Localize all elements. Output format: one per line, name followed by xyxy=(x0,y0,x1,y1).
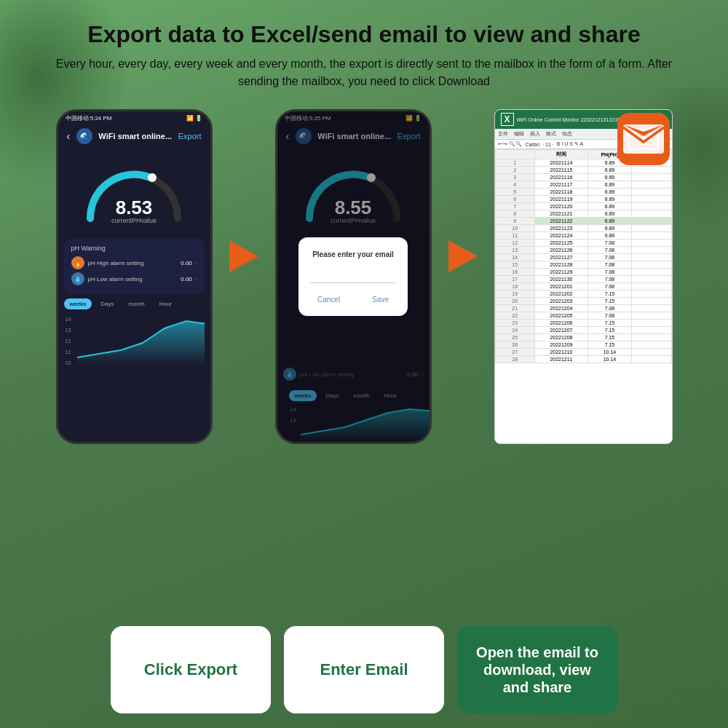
dialog-save-btn[interactable]: Save xyxy=(365,293,396,306)
card3-text: Open the email to download, view and sha… xyxy=(472,644,603,696)
svg-rect-2 xyxy=(623,124,664,154)
dialog-email-input[interactable] xyxy=(310,269,396,283)
excel-row: 24 20221207 7.15 xyxy=(495,327,671,334)
excel-row: 2 20221115 6.89 xyxy=(495,167,671,174)
phone1-gauge-value: 8.53 currentPHvalue xyxy=(111,198,157,224)
phone1-status-bar: 中国移动 5:24 PM 📶 🔋 xyxy=(58,111,210,125)
phone1-tabs: weeks Days month Hour xyxy=(64,298,205,309)
phone1-alarm-high-arrow: › xyxy=(195,260,197,266)
phone1-warning-title: pH Warning xyxy=(71,245,197,252)
phone1-alarm-low-value: 0.00 xyxy=(181,276,192,282)
excel-row: 6 20221119 6.89 xyxy=(495,196,671,203)
header-section: Export data to Excel/send email to view … xyxy=(0,0,728,102)
phone1-warning: pH Warning 🔥 pH High alarm setting 0.00 … xyxy=(64,239,205,294)
excel-row: 21 20221204 7.08 xyxy=(495,305,671,312)
excel-row: 18 20221201 7.08 xyxy=(495,283,671,290)
excel-row: 25 20221208 7.15 xyxy=(495,334,671,341)
phones-section: 中国移动 5:24 PM 📶 🔋 ‹ 🌊 WiFi smart online..… xyxy=(0,102,728,616)
phone1-alarm-high-row: 🔥 pH High alarm setting 0.00 › xyxy=(71,256,197,269)
excel-row: 16 20221129 7.08 xyxy=(495,269,671,276)
excel-row: 12 20221125 7.08 xyxy=(495,240,671,247)
excel-row: 4 20221117 6.89 xyxy=(495,181,671,189)
phone1-alarm-low-arrow: › xyxy=(195,276,197,282)
excel-row: 19 20221202 7.15 xyxy=(495,290,671,298)
phone2-dialog-box: Please enter your email Cancel Save xyxy=(298,237,408,316)
phone1-nav-bar: ‹ 🌊 WiFi smart online... Export xyxy=(58,125,210,147)
phone1-back-icon: ‹ xyxy=(67,130,71,142)
arrow1-right xyxy=(229,240,258,272)
arrow2-container xyxy=(445,240,481,272)
phone1-chart-labels: 14 13 12 11 10 xyxy=(66,317,71,365)
card1-click-export: Click Export xyxy=(111,626,271,713)
bottom-cards: Click Export Enter Email Open the email … xyxy=(0,616,728,728)
phone1-chart-svg xyxy=(77,314,205,365)
phone2-mockup: 中国移动 5:25 PM 📶 🔋 ‹ 🌊 WiFi smart online..… xyxy=(275,109,432,444)
phone1-tab-weeks[interactable]: weeks xyxy=(64,298,92,309)
excel-row: 15 20221128 7.08 xyxy=(495,261,671,269)
phone1-alarm-high-value: 0.00 xyxy=(181,260,192,266)
phone1-app-icon: 🌊 xyxy=(76,128,92,144)
phone1-tab-month[interactable]: month xyxy=(122,298,150,309)
svg-point-3 xyxy=(148,173,157,182)
phone1-nav-title: WiFi smart online... xyxy=(98,132,172,141)
phone1-alarm-high-label: pH High alarm setting xyxy=(88,260,181,266)
card1-text: Click Export xyxy=(144,660,237,679)
email-icon-svg xyxy=(617,113,670,165)
phone1-export-btn[interactable]: Export xyxy=(178,132,202,141)
phone1-mockup: 中国移动 5:24 PM 📶 🔋 ‹ 🌊 WiFi smart online..… xyxy=(56,109,213,444)
excel-row: 20 20221203 7.15 xyxy=(495,298,671,305)
excel-filename: WiFi Online Control Monitor 220221213110… xyxy=(517,117,633,122)
card2-text: Enter Email xyxy=(320,660,408,679)
phone1-alarm-low-row: 💧 pH Low alarm setting 0.00 › xyxy=(71,272,197,285)
excel-row: 28 20221211 10.14 xyxy=(495,356,671,363)
phone1-alarm-low-label: pH Low alarm setting xyxy=(88,276,181,282)
dialog-buttons: Cancel Save xyxy=(310,293,396,306)
phone1-tab-days[interactable]: Days xyxy=(95,298,119,309)
excel-icon: X xyxy=(501,113,514,126)
excel-table: 时间 PH(PH) C 1 20221114 6.89 2 20221115 6… xyxy=(495,149,672,363)
phone1-tab-hour[interactable]: Hour xyxy=(154,298,178,309)
excel-row: 17 20221130 7.08 xyxy=(495,276,671,283)
excel-row: 8 20221121 6.89 xyxy=(495,210,671,218)
phone1-chart: 14 13 12 11 10 xyxy=(64,314,205,365)
card3-open-email: Open the email to download, view and sha… xyxy=(457,626,617,713)
alarm-high-icon: 🔥 xyxy=(71,256,84,269)
dialog-cancel-btn[interactable]: Cancel xyxy=(310,293,347,306)
excel-row: 9 20221122 6.89 xyxy=(495,218,671,225)
phone1-gauge-label: currentPHvalue xyxy=(111,217,157,224)
card2-enter-email: Enter Email xyxy=(284,626,444,713)
excel-row: 27 20221210 10.14 xyxy=(495,349,671,356)
excel-row: 10 20221123 6.89 xyxy=(495,225,671,232)
excel-table-container: 时间 PH(PH) C 1 20221114 6.89 2 20221115 6… xyxy=(495,149,672,426)
arrow2-right xyxy=(448,240,478,272)
email-icon-container xyxy=(617,113,670,165)
excel-row: 26 20221209 7.15 xyxy=(495,341,671,349)
excel-row: 3 20221116 6.89 xyxy=(495,174,671,181)
excel-row: 5 20221118 6.89 xyxy=(495,189,671,196)
alarm-low-icon: 💧 xyxy=(71,272,84,285)
excel-col-a-header: 时间 xyxy=(534,150,587,159)
excel-row: 23 20221206 7.15 xyxy=(495,320,671,327)
main-title: Export data to Excel/send email to view … xyxy=(44,20,684,48)
excel-row: 22 20221205 7.08 xyxy=(495,312,671,320)
phone1-gauge-number: 8.53 xyxy=(111,198,157,217)
sub-title: Every hour, every day, every week and ev… xyxy=(44,55,684,90)
excel-row: 11 20221124 6.89 xyxy=(495,232,671,240)
dialog-title: Please enter your email xyxy=(310,250,396,258)
phone1-gauge: 8.53 currentPHvalue xyxy=(76,153,192,233)
excel-row: 14 20221127 7.08 xyxy=(495,254,671,261)
phone2-dialog-overlay: Please enter your email Cancel Save xyxy=(277,111,430,442)
arrow1-container xyxy=(226,240,262,272)
excel-row: 7 20221120 6.89 xyxy=(495,203,671,210)
excel-row: 13 20221126 7.08 xyxy=(495,247,671,254)
